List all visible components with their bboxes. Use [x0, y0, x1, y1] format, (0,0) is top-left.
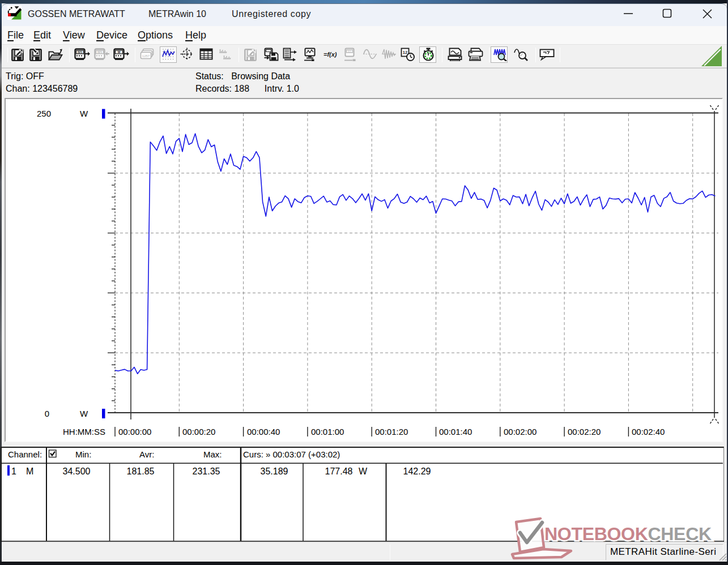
svg-text:=f(x): =f(x) [323, 51, 337, 58]
svg-text:321: 321 [347, 50, 352, 53]
svg-text:1257: 1257 [142, 54, 150, 58]
svg-text:321: 321 [97, 50, 102, 54]
svg-text:12: 12 [403, 50, 407, 55]
svg-text:M: M [118, 50, 121, 54]
svg-text:NOTEBOOKCHECK: NOTEBOOKCHECK [544, 524, 712, 544]
svg-text:321: 321 [77, 50, 82, 54]
